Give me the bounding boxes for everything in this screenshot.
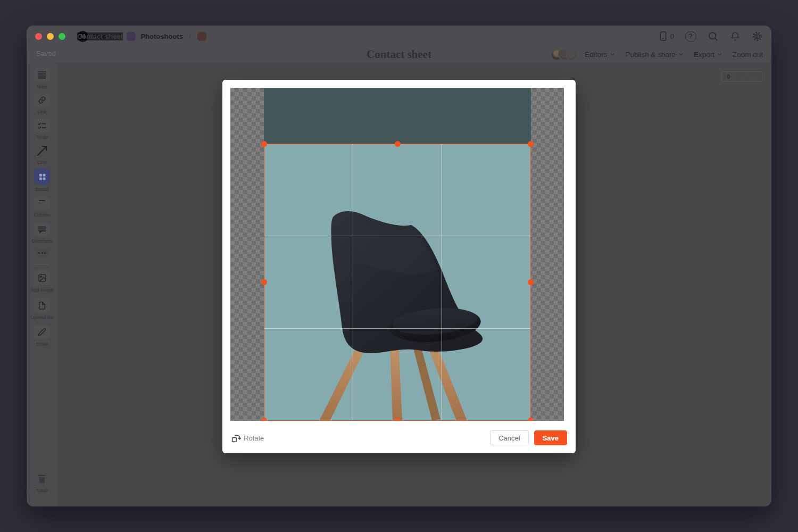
editor-avatars[interactable] — [551, 48, 578, 61]
breadcrumb: M Home / Photoshoots / Contact sheet — [77, 31, 206, 42]
crop-gridline — [353, 144, 353, 420]
crop-gridline — [264, 328, 530, 329]
crop-handle-top-left[interactable] — [261, 141, 267, 147]
crop-gridline — [442, 144, 442, 420]
settings-gear-icon[interactable] — [752, 31, 763, 42]
sidebar-item-draw[interactable]: Draw — [27, 325, 57, 347]
tool-label: Upload file — [31, 315, 54, 320]
traffic-lights — [35, 33, 65, 40]
minimize-window-button[interactable] — [47, 33, 54, 40]
tools-sidebar: Note Link To-do — [27, 63, 57, 506]
crop-dim-overlay — [531, 144, 564, 421]
tool-label: Link — [38, 109, 47, 114]
tool-label: Comment — [31, 238, 52, 244]
sidebar-item-todo[interactable]: To-do — [27, 119, 57, 140]
crop-handle-bottom-right[interactable] — [528, 418, 534, 421]
sidebar-item-add-image[interactable]: Add image — [27, 270, 57, 293]
chevron-down-icon — [610, 52, 615, 57]
tool-label: Line — [37, 160, 46, 165]
add-image-icon — [34, 270, 50, 285]
column-icon — [34, 196, 50, 210]
help-icon[interactable]: ? — [685, 31, 696, 42]
publish-share-label: Publish & share — [625, 51, 676, 59]
rotate-icon — [231, 433, 241, 443]
crop-modal-footer: Rotate Cancel Save — [222, 422, 576, 453]
crop-handle-top-right[interactable] — [528, 141, 534, 147]
comment-icon — [34, 222, 50, 236]
rotate-label: Rotate — [244, 434, 264, 442]
close-window-button[interactable] — [35, 33, 42, 40]
tool-label: Draw — [36, 342, 47, 347]
photoshoots-board-icon[interactable] — [127, 32, 136, 41]
mobile-device-icon — [659, 31, 667, 41]
cancel-button[interactable]: Cancel — [490, 430, 528, 445]
crop-dim-overlay — [230, 144, 264, 421]
sidebar-item-upload-file[interactable]: Upload file — [27, 298, 57, 320]
line-icon — [34, 144, 50, 157]
sidebar-item-column[interactable]: Column — [27, 196, 57, 218]
zoom-window-button[interactable] — [59, 33, 65, 40]
avatar — [566, 48, 578, 61]
contact-sheet-board-icon[interactable] — [197, 32, 206, 41]
board-icon — [34, 169, 50, 185]
upload-file-icon — [34, 298, 50, 313]
editors-menu[interactable]: Editors — [585, 51, 615, 59]
device-count: 0 — [670, 32, 674, 40]
zoom-out-label: Zoom out — [733, 51, 763, 59]
sidebar-item-line[interactable]: Line — [27, 144, 57, 165]
more-icon — [35, 249, 49, 256]
breadcrumb-contact-sheet[interactable]: Contact sheet — [77, 32, 123, 40]
search-icon[interactable] — [708, 31, 719, 42]
tool-label: Column — [34, 212, 50, 218]
sidebar-more-tools[interactable] — [27, 249, 57, 256]
crop-handle-bottom-left[interactable] — [261, 418, 267, 421]
note-icon — [34, 68, 50, 82]
sidebar-item-note[interactable]: Note — [27, 68, 57, 89]
editors-menu-label: Editors — [585, 51, 607, 59]
export-menu[interactable]: Export — [694, 51, 722, 59]
tool-label: Board — [36, 187, 48, 192]
export-label: Export — [694, 51, 714, 59]
tool-label: Trash — [36, 488, 48, 493]
tool-label: Add image — [30, 287, 53, 293]
trash-icon — [34, 472, 50, 486]
crop-gridline — [264, 236, 530, 236]
image-crop-modal: Rotate Cancel Save — [222, 80, 576, 453]
save-button[interactable]: Save — [534, 430, 567, 445]
tool-label: Note — [37, 84, 47, 89]
crop-handle-top-mid[interactable] — [395, 141, 401, 147]
publish-share-menu[interactable]: Publish & share — [625, 51, 684, 59]
sidebar-item-comment[interactable]: Comment — [27, 222, 57, 244]
device-preview-button[interactable]: 0 — [659, 31, 674, 41]
unsorted-count: 0 — [727, 73, 730, 80]
tool-label: To-do — [36, 135, 48, 140]
rotate-button[interactable]: Rotate — [231, 433, 264, 443]
sidebar-divider — [35, 264, 49, 265]
crop-image-area — [230, 88, 564, 421]
chevron-down-icon — [717, 52, 722, 57]
link-icon — [34, 93, 50, 107]
breadcrumb-photoshoots[interactable]: Photoshoots — [140, 32, 182, 40]
crop-dim-overlay — [230, 88, 564, 144]
breadcrumb-separator: / — [188, 32, 193, 40]
sidebar-item-link[interactable]: Link — [27, 93, 57, 114]
topbar: M Home / Photoshoots / Contact sheet 0 ? — [27, 26, 771, 63]
crop-handle-mid-left[interactable] — [261, 279, 267, 285]
chevron-down-icon — [678, 52, 684, 57]
crop-handle-bottom-mid[interactable] — [395, 418, 401, 421]
crop-handle-mid-right[interactable] — [528, 279, 534, 285]
crop-selection[interactable] — [264, 144, 531, 421]
unsorted-label: Unsorted — [732, 73, 757, 80]
unsorted-badge[interactable]: 0 Unsorted — [721, 71, 762, 82]
zoom-out-button[interactable]: Zoom out — [733, 51, 763, 59]
sidebar-item-trash[interactable]: Trash — [27, 472, 57, 493]
sidebar-item-board[interactable]: Board — [27, 169, 57, 192]
notifications-bell-icon[interactable] — [730, 31, 741, 42]
todo-icon — [34, 119, 50, 132]
draw-icon — [34, 325, 50, 339]
